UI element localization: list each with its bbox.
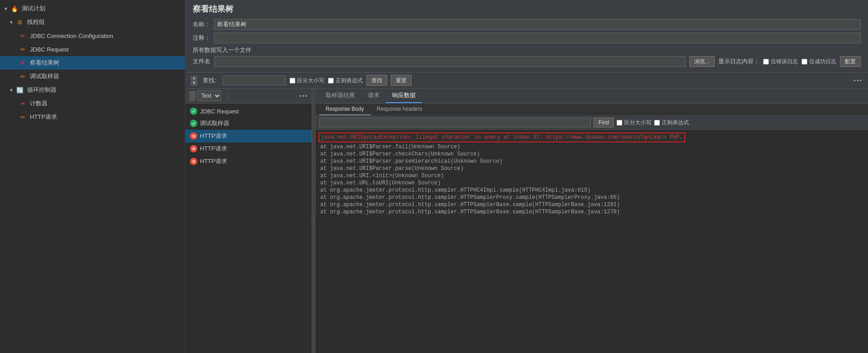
result-label-jdbc: JDBC Request <box>200 108 239 115</box>
expand-arrow-thread-group: ▼ <box>9 20 14 25</box>
stack-line-9: at org.apache.jmeter.protocol.http.sampl… <box>318 208 865 216</box>
result-label-http3: HTTP请求 <box>200 157 227 165</box>
case-sensitive-text: 区分大小写 <box>297 77 324 85</box>
sub-tab-headers[interactable]: Response headers <box>370 104 429 115</box>
sidebar-label-counter: 计数器 <box>30 99 47 108</box>
success-log-checkbox-label[interactable]: 仅成功日志 <box>802 58 836 66</box>
case-sensitive-checkbox[interactable] <box>289 78 295 84</box>
status-icon-debug: ✓ <box>190 120 197 127</box>
name-label: 名称： <box>193 20 210 28</box>
result-item-http3[interactable]: ✕ HTTP请求 <box>185 155 312 168</box>
status-icon-http2: ✕ <box>190 145 197 152</box>
file-input[interactable] <box>214 56 686 67</box>
result-label-debug: 调试取样器 <box>200 119 229 127</box>
search-input[interactable] <box>223 75 286 85</box>
flame-icon: 🔥 <box>10 4 19 13</box>
regex-checkbox[interactable] <box>328 78 334 84</box>
status-icon-jdbc: ✓ <box>190 108 197 115</box>
tab-response-data[interactable]: 响应数据 <box>386 89 422 103</box>
name-input[interactable] <box>214 19 861 30</box>
page-title: 察看结果树 <box>193 4 861 14</box>
comment-row: 注释： <box>193 33 861 43</box>
sidebar-label-http-request: HTTP请求 <box>30 113 57 121</box>
sidebar-item-test-plan[interactable]: ▼ 🔥 测试计划 <box>0 2 185 15</box>
loop-icon: 🔄 <box>15 85 24 94</box>
expand-down-btn[interactable]: ▼ <box>191 81 197 85</box>
log-content-label: 显示日志内容： <box>718 57 759 66</box>
error-log-checkbox-label[interactable]: 仅错误日志 <box>763 58 798 66</box>
find-regex-label[interactable]: 正则表达式 <box>654 119 689 127</box>
sidebar-item-loop-controller[interactable]: ▼ 🔄 循环控制器 <box>0 83 185 97</box>
pencil-icon-http: ✏ <box>18 113 27 122</box>
tab-request[interactable]: 请求 <box>361 89 386 103</box>
find-bar: Find 区分大小写 正则表达式 <box>316 116 868 130</box>
case-sensitive-label[interactable]: 区分大小写 <box>289 77 324 85</box>
sidebar-item-view-results[interactable]: 👁 察看结果树 <box>0 56 185 70</box>
sidebar-item-thread-group[interactable]: ▼ ⚙ 线程组 <box>0 15 185 29</box>
sidebar-label-jdbc-request: JDBC Request <box>30 46 69 53</box>
sidebar-item-jdbc-request[interactable]: ✏ JDBC Request <box>0 42 185 56</box>
pencil-icon-jdbc: ✏ <box>18 45 27 54</box>
file-row: 文件名 浏览... 显示日志内容： 仅错误日志 仅成功日志 配置 <box>193 56 861 67</box>
tab-sampler-result[interactable]: 取样器结果 <box>319 89 361 103</box>
write-section-label: 所有数据写入一个文件 <box>193 46 861 54</box>
find-button[interactable]: 查找 <box>366 75 387 86</box>
response-body: java.net.URISyntaxException: Illegal cha… <box>316 130 868 353</box>
format-dropdown[interactable]: Text <box>197 90 221 101</box>
search-area: ▲ ▼ 查找: 区分大小写 正则表达式 查找 重置 ••• <box>185 73 868 89</box>
sidebar-item-counter[interactable]: ✂ 计数器 <box>0 97 185 110</box>
browse-button[interactable]: 浏览... <box>689 56 715 67</box>
eye-icon: 👁 <box>18 58 27 67</box>
success-log-checkbox[interactable] <box>802 59 807 65</box>
find-case-checkbox[interactable] <box>617 120 622 126</box>
result-label-http1: HTTP请求 <box>200 132 227 140</box>
stack-line-8: at org.apache.jmeter.protocol.http.sampl… <box>318 201 865 208</box>
stack-line-6: at org.apache.jmeter.protocol.http.sampl… <box>318 187 865 194</box>
result-list: ✓ JDBC Request ✓ 调试取样器 ✕ HTTP请求 ✕ HTTP请求… <box>185 104 312 353</box>
result-expand-up[interactable] <box>189 91 195 96</box>
regex-text: 正则表达式 <box>336 77 363 85</box>
error-log-checkbox[interactable] <box>763 59 769 65</box>
success-log-label: 仅成功日志 <box>809 58 836 66</box>
stack-line-1: at java.net.URI$Parser.checkChars(Unknow… <box>318 151 865 158</box>
sub-tab-body[interactable]: Response Body <box>319 104 370 115</box>
find-input[interactable] <box>319 118 591 127</box>
find-case-text: 区分大小写 <box>624 119 651 127</box>
reset-button[interactable]: 重置 <box>391 75 412 86</box>
sidebar-item-debug-sampler[interactable]: ✏ 调试取样器 <box>0 70 185 83</box>
result-more-menu[interactable]: ••• <box>299 93 308 99</box>
expand-arrow-loop: ▼ <box>9 88 14 93</box>
sidebar-label-debug-sampler: 调试取样器 <box>30 72 59 80</box>
sub-tabs-row: Response Body Response headers <box>316 104 868 116</box>
panel-drag-handle[interactable] <box>312 89 316 353</box>
response-panel: 取样器结果 请求 响应数据 Response Body Response hea… <box>316 89 868 353</box>
result-item-http2[interactable]: ✕ HTTP请求 <box>185 142 312 155</box>
expand-arrow-test-plan: ▼ <box>4 6 8 11</box>
pencil-icon-debug: ✏ <box>18 72 27 81</box>
main-content: 察看结果树 名称： 注释： 所有数据写入一个文件 文件名 浏览... 显示日志内… <box>185 0 868 353</box>
drag-handle-dots: ⋮ <box>223 92 232 100</box>
stack-line-0: at java.net.URI$Parser.fail(Unknown Sour… <box>318 143 865 151</box>
regex-label[interactable]: 正则表达式 <box>328 77 363 85</box>
find-bar-button[interactable]: Find <box>593 118 614 127</box>
more-menu[interactable]: ••• <box>854 77 863 84</box>
sidebar-item-jdbc-config[interactable]: ✂ JDBC Connection Configuration <box>0 29 185 42</box>
find-regex-checkbox[interactable] <box>654 120 660 126</box>
stack-line-5: at java.net.URL.toURI(Unknown Source) <box>318 179 865 187</box>
config-button[interactable]: 配置 <box>840 56 861 67</box>
sidebar-label-view-results: 察看结果树 <box>30 59 59 67</box>
name-row: 名称： <box>193 19 861 30</box>
result-item-jdbc[interactable]: ✓ JDBC Request <box>185 105 312 117</box>
find-regex-text: 正则表达式 <box>662 119 689 127</box>
find-case-label[interactable]: 区分大小写 <box>617 119 651 127</box>
result-expand-btns <box>189 91 195 101</box>
result-item-http1[interactable]: ✕ HTTP请求 <box>185 130 312 142</box>
comment-input[interactable] <box>214 33 861 43</box>
error-message: java.net.URISyntaxException: Illegal cha… <box>318 132 685 142</box>
sidebar-item-http-request[interactable]: ✏ HTTP请求 <box>0 110 185 124</box>
result-expand-down[interactable] <box>189 96 195 101</box>
result-tree-panel: Text ⋮ ••• ✓ JDBC Request ✓ 调试取样器 ✕ HTTP… <box>185 89 312 353</box>
expand-up-btn[interactable]: ▲ <box>191 76 197 80</box>
result-toolbar: Text ⋮ ••• <box>185 89 312 104</box>
result-item-debug[interactable]: ✓ 调试取样器 <box>185 117 312 130</box>
